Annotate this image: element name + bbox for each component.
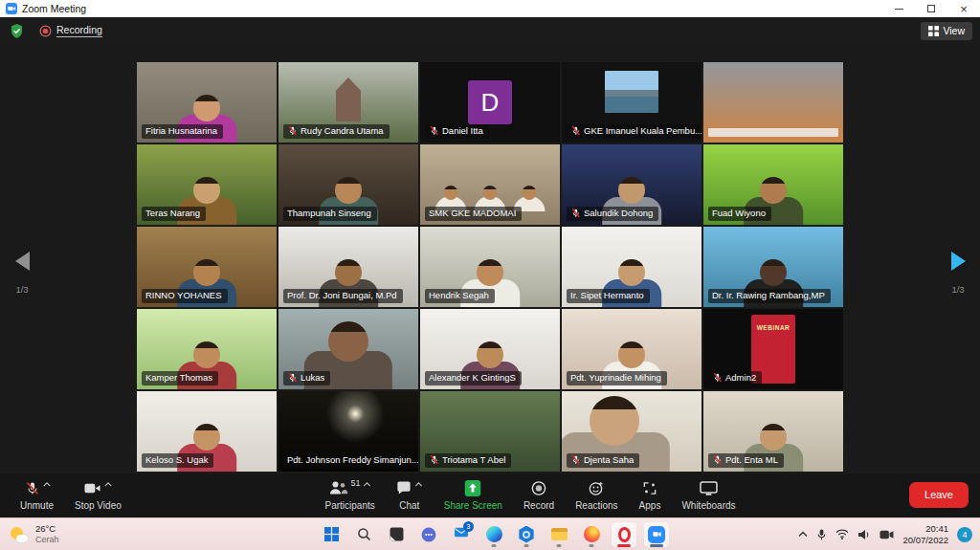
participant-name-label: Alexander K GintingS xyxy=(425,371,522,385)
video-camera-icon xyxy=(83,480,101,496)
participant-name-label: GKE Imanuel Kuala Pembu... xyxy=(567,124,702,139)
muted-mic-icon xyxy=(712,454,723,465)
notification-badge[interactable]: 4 xyxy=(957,527,972,542)
participant-tile[interactable]: Prof. Dr. Joni Bungai, M.Pd xyxy=(278,227,418,307)
microphone-icon xyxy=(816,528,827,541)
record-icon xyxy=(531,480,547,496)
participant-tile[interactable]: Fitria Husnatarina xyxy=(137,62,277,143)
running-indicator xyxy=(492,544,497,547)
silhouette-head xyxy=(618,259,645,286)
previous-page-button[interactable]: 1/3 xyxy=(10,252,34,295)
silhouette-head xyxy=(483,186,498,200)
profile-photo xyxy=(605,71,658,113)
task-view-button[interactable] xyxy=(384,522,409,547)
participant-tile[interactable]: Triotama T Abel xyxy=(420,391,560,472)
participant-tile[interactable]: Hendrik Segah xyxy=(420,227,560,307)
security-shield-icon[interactable] xyxy=(10,23,24,39)
mail-button[interactable]: 3 xyxy=(449,522,474,547)
window-titlebar: Zoom Meeting × xyxy=(0,0,980,17)
participants-button[interactable]: 51 Participants xyxy=(314,473,385,517)
recording-dot-icon xyxy=(39,25,52,37)
arrow-left-icon xyxy=(15,252,30,271)
chevron-up-icon xyxy=(798,531,808,538)
apps-icon xyxy=(641,480,657,496)
maximize-button[interactable] xyxy=(915,0,947,17)
apps-button[interactable]: Apps xyxy=(629,473,672,517)
participant-tile[interactable]: Lukas xyxy=(278,309,418,389)
participant-tile[interactable]: Alexander K GintingS xyxy=(420,309,560,389)
teams-chat-button[interactable] xyxy=(416,522,441,547)
participant-tile[interactable]: Kamper Thomas xyxy=(137,309,277,389)
whiteboards-button[interactable]: Whiteboards xyxy=(671,473,746,517)
silhouette-head xyxy=(618,341,645,368)
reactions-button[interactable]: Reactions xyxy=(565,473,628,517)
muted-mic-icon xyxy=(429,125,439,136)
participant-tile[interactable]: RINNO YOHANES xyxy=(137,227,277,307)
windows-taskbar: 26°C Cerah 3 xyxy=(0,517,980,550)
unmute-label: Unmute xyxy=(20,500,54,511)
blue-hexagon-app-button[interactable] xyxy=(514,522,539,547)
participant-tile[interactable]: GKE Imanuel Kuala Pembu... xyxy=(562,62,702,143)
participant-tile[interactable]: Salundik Dohong xyxy=(562,144,702,225)
firefox-browser-button[interactable] xyxy=(579,522,604,547)
participant-tile[interactable]: D Daniel Itta xyxy=(420,62,560,143)
participants-icon xyxy=(329,480,348,495)
record-button[interactable]: Record xyxy=(513,473,565,517)
edge-browser-button[interactable] xyxy=(481,522,506,547)
search-button[interactable] xyxy=(351,522,376,547)
unmute-button[interactable]: Unmute xyxy=(10,473,64,517)
share-screen-button[interactable]: Share Screen xyxy=(434,473,513,517)
participant-tile[interactable]: Pdt. Enta ML xyxy=(703,391,843,472)
participant-tile[interactable]: Thampunah Sinseng xyxy=(278,144,418,225)
stop-video-button[interactable]: Stop Video xyxy=(64,473,132,517)
participant-tile[interactable]: Keloso S. Ugak xyxy=(137,391,277,472)
camera-tray-button[interactable] xyxy=(880,530,894,539)
start-button[interactable] xyxy=(319,522,344,547)
opera-browser-button[interactable] xyxy=(612,522,636,547)
video-scene xyxy=(703,62,843,143)
chevron-up-icon xyxy=(415,482,423,487)
share-screen-icon xyxy=(465,480,481,496)
silhouette-head xyxy=(760,259,787,286)
next-page-button[interactable]: 1/3 xyxy=(946,252,970,295)
taskbar-clock[interactable]: 20:41 20/07/2022 xyxy=(902,523,948,546)
file-explorer-button[interactable] xyxy=(546,522,571,547)
participant-tile[interactable]: Pdt. Johnson Freddy Simanjun... xyxy=(278,391,418,472)
participant-tile[interactable] xyxy=(703,62,843,143)
wifi-tray-button[interactable] xyxy=(835,529,849,539)
weather-temperature: 26°C xyxy=(35,523,59,534)
participant-tile[interactable]: WEBINAR Admin2 xyxy=(703,309,843,389)
page-indicator-left: 1/3 xyxy=(10,284,34,295)
participant-tile[interactable]: Fuad Wiyono xyxy=(703,144,843,225)
microphone-tray-button[interactable] xyxy=(816,528,827,541)
search-icon xyxy=(357,527,371,541)
participant-name-label: Ir. Sipet Hermanto xyxy=(567,289,650,303)
participant-name: Fitria Husnatarina xyxy=(145,125,217,136)
volume-tray-button[interactable] xyxy=(858,529,871,540)
leave-button[interactable]: Leave xyxy=(909,482,969,508)
silhouette-head xyxy=(444,186,458,200)
hexagon-app-icon xyxy=(519,526,535,543)
close-button[interactable]: × xyxy=(947,0,980,17)
participant-name: Kamper Thomas xyxy=(145,372,212,383)
participant-tile[interactable]: Djenta Saha xyxy=(562,391,702,472)
participant-name: Pdt. Enta ML xyxy=(725,454,778,465)
participant-tile[interactable]: Pdt. Yuprinadie Mihing xyxy=(562,309,702,389)
participant-tile[interactable]: Dr. Ir. Rawing Rambang,MP xyxy=(703,227,843,307)
participant-tile[interactable]: SMK GKE MADOMAI xyxy=(420,144,560,225)
weather-widget[interactable]: 26°C Cerah xyxy=(0,523,59,544)
recording-indicator: Recording xyxy=(39,24,102,37)
participant-tile[interactable]: Ir. Sipet Hermanto xyxy=(562,227,702,307)
view-button[interactable]: View xyxy=(921,22,972,40)
participant-name: Rudy Candra Utama xyxy=(301,125,384,136)
chat-button[interactable]: Chat xyxy=(386,473,434,517)
tray-expand-button[interactable] xyxy=(798,531,808,538)
participant-tile[interactable]: Teras Narang xyxy=(137,144,277,225)
chevron-up-icon xyxy=(364,482,371,487)
participant-name-label: Daniel Itta xyxy=(425,124,489,139)
participant-name-label: Dr. Ir. Rawing Rambang,MP xyxy=(708,289,831,303)
participant-tile[interactable]: Rudy Candra Utama xyxy=(278,62,418,143)
minimize-button[interactable] xyxy=(882,0,915,17)
zoom-app-button[interactable] xyxy=(644,522,669,547)
maximize-icon xyxy=(927,5,935,12)
